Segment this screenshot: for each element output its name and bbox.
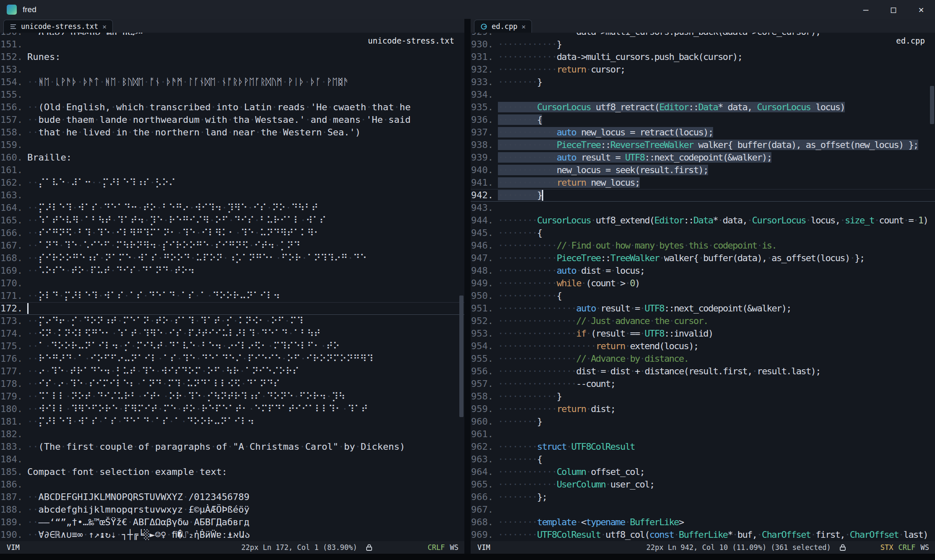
code-text[interactable]: ··⠁⠝⠙·⠹⠑·⠡⠊⠑⠋·⠍⠳⠗⠝⠻⠲·⡎⠊⠗⠕⠕⠛⠑·⠎⠊⠛⠝⠫·⠊⠞⠲·⡁… — [27, 239, 300, 252]
editor-line[interactable]: 158.··that·he·lived·in·the·northern·land… — [0, 126, 464, 139]
maximize-button[interactable]: □ — [880, 0, 907, 19]
code-text[interactable]: ············PieceTree::ReverseTreeWalker… — [498, 139, 918, 151]
code-text[interactable]: ··(Old·English,·which·transcribed·into·L… — [27, 101, 411, 114]
editor-line[interactable]: 165.··⠱⠁⠞⠑⠧⠻·⠁⠃⠳⠞·⠹⠁⠞⠲·⡹⠑·⠗⠑⠛⠊⠌⠻·⠕⠋·⠙⠊⠎·… — [0, 214, 464, 227]
code-text[interactable]: ················dist·=·dist·+·distance(r… — [498, 365, 820, 378]
code-text[interactable]: ··⡍⠜⠇⠑⠹·⠺⠁⠎·⠙⠑⠁⠙⠒·⠞⠕·⠃⠑⠛⠔·⠺⠊⠹⠲·⡹⠻⠑·⠊⠎·⠝⠕… — [27, 202, 318, 214]
editor-line[interactable]: 968.········template·<typename·BufferLik… — [471, 516, 935, 529]
editor-line[interactable]: 157.··bude·thaem·lande·northweardum·with… — [0, 114, 464, 126]
editor-line[interactable]: 959.············return·dist; — [471, 403, 935, 415]
code-text[interactable]: ············auto·new_locus·=·retract(loc… — [498, 126, 713, 139]
editor-line[interactable]: 949.············while·(count·>·0) — [471, 277, 935, 290]
editor-line[interactable]: 179.··⠩⠁⠇⠇·⠝⠕⠞·⠙⠊⠌⠥⠗⠃·⠊⠞⠂·⠕⠗·⠹⠑·⡊⠳⠝⠞⠗⠹⠰⠎… — [0, 390, 464, 403]
editor-line[interactable]: 153. — [0, 63, 464, 76]
pane-divider[interactable] — [464, 19, 471, 554]
editor-line[interactable]: 939.············auto·result·=·UTF8::next… — [471, 151, 935, 164]
editor-line[interactable]: 159. — [0, 139, 464, 151]
code-text[interactable]: ················//·Just·advance·the·curs… — [498, 315, 708, 327]
code-text[interactable]: ········} — [498, 189, 542, 202]
code-text[interactable]: ········struct·UTF8ColResult — [498, 441, 635, 453]
editor-line[interactable]: 935.········CursorLocus·utf8_retract(Edi… — [471, 101, 935, 114]
editor-line[interactable]: 961. — [471, 428, 935, 441]
title-bar[interactable]: fred — □ ✕ — [0, 0, 935, 19]
code-text[interactable]: ········}; — [498, 491, 547, 503]
code-text[interactable]: ············UserColumn·user_col; — [498, 478, 654, 491]
editor-line[interactable]: 161. — [0, 164, 464, 176]
code-text[interactable]: ············while·(count·>·0) — [498, 277, 640, 290]
editor-line[interactable]: 183.··(The·first·couple·of·paragraphs·of… — [0, 441, 464, 453]
editor-line[interactable]: 180.··⠺⠊⠇⠇·⠹⠻⠑⠋⠕⠗⠑·⠏⠻⠍⠊⠞·⠍⠑·⠞⠕·⠗⠑⠏⠑⠁⠞⠂·⠑… — [0, 403, 464, 415]
editor-line[interactable]: 187.··ABCDEFGHIJKLMNOPQRSTUVWXYZ·/012345… — [0, 491, 464, 503]
code-text[interactable]: ············return·new_locus; — [498, 176, 640, 189]
left-scrollbar[interactable] — [458, 33, 464, 541]
code-text[interactable]: ··bude·thaem·lande·northweardum·with·tha… — [27, 114, 411, 126]
code-text[interactable]: ··⡕⠇⠙·⡍⠜⠇⠑⠹·⠺⠁⠎·⠁⠎·⠙⠑⠁⠙·⠁⠎·⠁·⠙⠕⠕⠗⠤⠝⠁⠊⠇⠲ — [27, 290, 280, 302]
editor-line[interactable]: 967. — [471, 503, 935, 516]
editor-line[interactable]: 936.········{ — [471, 114, 935, 126]
left-code-area[interactable]: 150.··እግርህን·በፍራሽህ·ልክ·ዘርጋ።151.152.Runes:1… — [0, 33, 464, 541]
code-text[interactable]: ··⠩⠁⠇⠇·⠝⠕⠞·⠙⠊⠌⠥⠗⠃·⠊⠞⠂·⠕⠗·⠹⠑·⡊⠳⠝⠞⠗⠹⠰⠎·⠙⠕⠝… — [27, 390, 345, 403]
editor-line[interactable]: 941.············return·new_locus; — [471, 176, 935, 189]
lock-icon[interactable] — [839, 543, 847, 552]
editor-line[interactable]: 160.Braille: — [0, 151, 464, 164]
code-text[interactable]: ········} — [498, 415, 542, 428]
editor-line[interactable]: 171.··⡕⠇⠙·⡍⠜⠇⠑⠹·⠺⠁⠎·⠁⠎·⠙⠑⠁⠙·⠁⠎·⠁·⠙⠕⠕⠗⠤⠝⠁… — [0, 290, 464, 302]
code-text[interactable]: ················auto·result·=·UTF8::next… — [498, 302, 791, 315]
editor-line[interactable]: 190.··∀∂∈ℝ∧∪≡∞·↑↗↨↻⇣·┐┼╔╘░►☺♀·ﬁ�⑀₂ἠḂӥẄɐː… — [0, 529, 464, 541]
code-text[interactable]: ········{ — [498, 453, 542, 466]
code-text[interactable]: ············new_locus·=·seek(result.firs… — [498, 164, 708, 176]
editor-line[interactable]: 185.Compact·font·selection·example·text: — [0, 466, 464, 478]
editor-line[interactable]: 172. — [0, 302, 464, 315]
editor-line[interactable]: 176.··⠗⠑⠛⠜⠙·⠁·⠊⠕⠋⠋⠔⠤⠝⠁⠊⠇·⠁⠎·⠹⠑·⠙⠑⠁⠙⠑⠌·⠏⠊… — [0, 353, 464, 365]
editor-line[interactable]: 189.··–—‘“”„†•…‰™œŠŸž€·ΑΒΓΔΩαβγδω·АБВГДа… — [0, 516, 464, 529]
editor-line[interactable]: 186. — [0, 478, 464, 491]
editor-line[interactable]: 953.················if·(result·==·UTF8::… — [471, 327, 935, 340]
code-text[interactable]: ············return·dist; — [498, 403, 615, 415]
scrollbar-thumb[interactable] — [930, 86, 934, 124]
editor-line[interactable]: 944.········CursorLocus·utf8_extend(Edit… — [471, 214, 935, 227]
code-text[interactable]: ············{ — [498, 290, 562, 302]
editor-line[interactable]: 178.··⠊⠎·⠔·⠹⠑·⠎⠊⠍⠊⠇⠑⠆·⠁⠝⠙·⠍⠹·⠥⠝⠙⠁⠇⠇⠪⠫·⠙⠁… — [0, 378, 464, 390]
editor-line[interactable]: 173.··⡍⠔⠙⠖·⡊·⠙⠕⠝⠰⠞·⠍⠑⠁⠝·⠞⠕·⠎⠁⠹·⠹⠁⠞·⡊·⠅⠝⠪… — [0, 315, 464, 327]
code-text[interactable]: ············auto·result·=·UTF8::next_cod… — [498, 151, 771, 164]
editor-line[interactable]: 929.················data->multi_cursors.… — [471, 33, 935, 38]
code-text[interactable]: ····················return·extend(locus)… — [498, 340, 698, 353]
code-text[interactable]: ········} — [498, 76, 542, 88]
editor-line[interactable]: 964.············Column·offset_col; — [471, 466, 935, 478]
code-text[interactable]: ··abcdefghijklmnopqrstuvwxyz·£©µÀÆÖÞßéöÿ — [27, 503, 250, 516]
editor-line[interactable]: 162.··⡌⠁⠧⠑·⠼⠁⠒··⡍⠜⠇⠑⠹⠰⠎·⡣⠕⠌ — [0, 176, 464, 189]
editor-line[interactable]: 932.············return·cursor; — [471, 63, 935, 76]
code-text[interactable]: ··⠗⠑⠛⠜⠙·⠁·⠊⠕⠋⠋⠔⠤⠝⠁⠊⠇·⠁⠎·⠹⠑·⠙⠑⠁⠙⠑⠌·⠏⠊⠑⠊⠑·… — [27, 353, 373, 365]
editor-line[interactable]: 166.··⠎⠊⠛⠝⠫·⠃⠹·⠹⠑·⠊⠇⠻⠛⠹⠍⠁⠝⠂·⠹⠑·⠊⠇⠻⠅⠂·⠹⠑·… — [0, 227, 464, 239]
code-text[interactable]: ··⡍⠔⠙⠖·⡊·⠙⠕⠝⠰⠞·⠍⠑⠁⠝·⠞⠕·⠎⠁⠹·⠹⠁⠞·⡊·⠅⠝⠪⠂·⠕⠋… — [27, 315, 304, 327]
code-text[interactable]: ··⠺⠊⠇⠇·⠹⠻⠑⠋⠕⠗⠑·⠏⠻⠍⠊⠞·⠍⠑·⠞⠕·⠗⠑⠏⠑⠁⠞⠂·⠑⠍⠏⠙⠁… — [27, 403, 368, 415]
editor-line[interactable]: 155. — [0, 88, 464, 101]
code-text[interactable]: ········{ — [498, 227, 542, 239]
editor-line[interactable]: 182. — [0, 428, 464, 441]
lock-icon[interactable] — [365, 543, 373, 552]
editor-line[interactable]: 948.············auto·dist·=·locus; — [471, 264, 935, 277]
editor-line[interactable]: 945.········{ — [471, 227, 935, 239]
code-text[interactable]: ··⠡⠕⠎⠑·⠞⠕·⠏⠥⠞·⠙⠊⠎·⠙⠁⠝⠙·⠞⠕⠲ — [27, 264, 195, 277]
editor-line[interactable]: 942.········} — [471, 189, 935, 202]
code-text[interactable]: ············data->multi_cursors.push_bac… — [498, 51, 742, 63]
code-text[interactable]: ··⡌⠁⠧⠑·⠼⠁⠒··⡍⠜⠇⠑⠹⠰⠎·⡣⠕⠌ — [27, 176, 175, 189]
code-text[interactable]: ··that·he·lived·in·the·northern·land·nea… — [27, 126, 361, 139]
code-text[interactable]: ··∀∂∈ℝ∧∪≡∞·↑↗↨↻⇣·┐┼╔╘░►☺♀·ﬁ�⑀₂ἠḂӥẄɐː⍎אԱა — [27, 529, 250, 541]
editor-line[interactable]: 164.··⡍⠜⠇⠑⠹·⠺⠁⠎·⠙⠑⠁⠙⠒·⠞⠕·⠃⠑⠛⠔·⠺⠊⠹⠲·⡹⠻⠑·⠊… — [0, 202, 464, 214]
code-text[interactable]: ··⠔·⠹⠑·⠞⠗⠁⠙⠑⠲·⡃⠥⠞·⠹⠑·⠺⠊⠎⠙⠕⠍·⠕⠋·⠳⠗·⠁⠝⠊⠑⠌⠕… — [27, 365, 299, 378]
editor-line[interactable]: 951.················auto·result·=·UTF8::… — [471, 302, 935, 315]
editor-line[interactable]: 170. — [0, 277, 464, 290]
code-text[interactable]: ··⠪⠝·⠅⠝⠪⠇⠫⠛⠑⠂·⠱⠁⠞·⠹⠻⠑·⠊⠎·⠏⠜⠞⠊⠊⠥⠇⠜⠇⠹·⠙⠑⠁⠙… — [27, 327, 320, 340]
code-text[interactable]: ··⡎⠊⠗⠕⠕⠛⠑⠰⠎·⠝⠁⠍⠑·⠺⠁⠎·⠛⠕⠕⠙·⠥⠏⠕⠝·⠰⡡⠁⠝⠛⠑⠂·⠋… — [27, 252, 367, 264]
editor-line[interactable]: 958.············} — [471, 390, 935, 403]
code-text[interactable]: ················if·(result·==·UTF8::inva… — [498, 327, 713, 340]
editor-line[interactable]: 169.··⠡⠕⠎⠑·⠞⠕·⠏⠥⠞·⠙⠊⠎·⠙⠁⠝⠙·⠞⠕⠲ — [0, 264, 464, 277]
code-text[interactable]: ············return·cursor; — [498, 63, 625, 76]
close-tab-icon[interactable]: ✕ — [521, 23, 526, 31]
code-text[interactable]: ············auto·dist·=·locus; — [498, 264, 645, 277]
editor-line[interactable]: 934. — [471, 88, 935, 101]
editor-line[interactable]: 962.········struct·UTF8ColResult — [471, 441, 935, 453]
code-text[interactable]: Runes: — [27, 51, 60, 63]
editor-line[interactable]: 955.················//·Advance·by·distan… — [471, 353, 935, 365]
